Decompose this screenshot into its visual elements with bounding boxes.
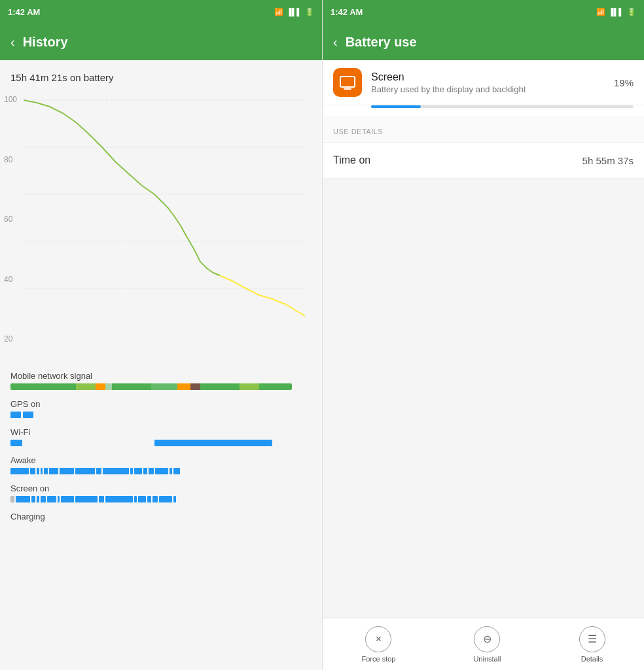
awake-seg: [130, 468, 133, 474]
awake-seg: [49, 468, 58, 474]
y-label-100: 100: [4, 95, 17, 104]
left-back-button[interactable]: ‹: [10, 35, 15, 50]
mobile-network-row: Mobile network signal: [10, 371, 312, 390]
screen-on-label: Screen on: [10, 484, 312, 493]
chart-y-axis: 100 80 60 40 20: [4, 95, 17, 344]
wifi-bar: [10, 440, 292, 446]
chart-svg-container: [24, 88, 315, 324]
gps-bar: [10, 412, 312, 418]
screen-percent: 19%: [614, 77, 634, 88]
y-label-40: 40: [4, 275, 17, 284]
gps-seg-2: [23, 412, 33, 418]
force-stop-label: Force stop: [361, 655, 395, 663]
awake-seg: [170, 468, 172, 474]
charging-label: Charging: [10, 512, 312, 521]
time-on-row: Time on 5h 55m 37s: [323, 143, 644, 179]
right-signal-icon: ▐▌▌: [609, 8, 624, 16]
awake-seg: [44, 468, 48, 474]
awake-seg: [96, 468, 101, 474]
uninstall-label: Uninstall: [473, 655, 501, 663]
svg-rect-6: [344, 88, 351, 90]
force-stop-button[interactable]: × Force stop: [361, 626, 395, 663]
signal-icon: ▐▌▌: [287, 8, 302, 16]
svg-rect-5: [340, 77, 355, 87]
awake-seg: [75, 468, 95, 474]
y-label-20: 20: [4, 334, 17, 344]
awake-bar: [10, 468, 292, 474]
right-toolbar: ‹ Battery use: [323, 24, 644, 60]
y-label-80: 80: [4, 155, 17, 164]
awake-row: Awake: [10, 455, 312, 474]
awake-label: Awake: [10, 455, 312, 465]
awake-seg: [37, 468, 39, 474]
bottom-action-bar: × Force stop ⊖ Uninstall ☰ Details: [323, 618, 644, 670]
mobile-network-bar: [10, 383, 292, 390]
details-button[interactable]: ☰ Details: [579, 626, 605, 663]
gps-seg-1: [10, 412, 21, 418]
battery-bar-background: [371, 105, 634, 108]
awake-seg: [30, 468, 35, 474]
screen-info: Screen Battery used by the display and b…: [371, 71, 605, 94]
right-panel: 1:42 AM 📶 ▐▌▌ 🔋 ‹ Battery use Screen Bat…: [322, 0, 644, 670]
wifi-row: Wi-Fi: [10, 427, 312, 446]
uninstall-icon[interactable]: ⊖: [474, 626, 500, 652]
wifi-seg-2: [154, 440, 272, 446]
screen-app-icon: [333, 68, 362, 97]
gps-row: GPS on: [10, 399, 312, 418]
battery-icon: 🔋: [305, 8, 314, 16]
use-details-header: USE DETAILS: [323, 116, 644, 143]
awake-seg: [143, 468, 147, 474]
screen-on-bar: [10, 496, 292, 502]
details-icon[interactable]: ☰: [579, 626, 605, 652]
awake-seg: [155, 468, 168, 474]
awake-seg: [10, 468, 29, 474]
wifi-label: Wi-Fi: [10, 427, 312, 437]
battery-bar-fill: [371, 105, 421, 108]
time-on-label: Time on: [333, 154, 370, 166]
right-wifi-icon: 📶: [596, 8, 605, 16]
spacer: [323, 179, 644, 618]
wifi-icon: 📶: [274, 8, 283, 16]
left-toolbar-title: History: [23, 35, 68, 50]
awake-seg: [173, 468, 180, 474]
awake-seg: [60, 468, 74, 474]
battery-line-chart: [24, 88, 305, 324]
right-battery-icon: 🔋: [627, 8, 636, 16]
screen-on-row: Screen on: [10, 484, 312, 502]
screen-item: Screen Battery used by the display and b…: [323, 60, 644, 105]
battery-chart: 100 80 60 40 20: [0, 88, 322, 363]
awake-seg: [134, 468, 142, 474]
charging-row: Charging: [10, 512, 312, 521]
gps-label: GPS on: [10, 399, 312, 409]
right-status-bar: 1:42 AM 📶 ▐▌▌ 🔋: [323, 0, 644, 24]
details-label: Details: [581, 655, 603, 663]
right-status-icons: 📶 ▐▌▌ 🔋: [596, 8, 636, 16]
awake-seg: [103, 468, 129, 474]
left-status-time: 1:42 AM: [8, 7, 40, 17]
left-toolbar: ‹ History: [0, 24, 322, 60]
left-status-bar: 1:42 AM 📶 ▐▌▌ 🔋: [0, 0, 322, 24]
screen-name: Screen: [371, 71, 605, 83]
time-on-value: 5h 55m 37s: [582, 155, 634, 166]
battery-duration: 15h 41m 21s on battery: [0, 60, 322, 88]
right-status-time: 1:42 AM: [331, 7, 363, 17]
battery-usage-bar-row: [323, 105, 644, 116]
force-stop-icon[interactable]: ×: [365, 626, 391, 652]
wifi-seg-1: [10, 440, 22, 446]
awake-seg: [41, 468, 43, 474]
awake-seg: [149, 468, 154, 474]
uninstall-button[interactable]: ⊖ Uninstall: [473, 626, 501, 663]
left-status-icons: 📶 ▐▌▌ 🔋: [274, 8, 314, 16]
mobile-network-label: Mobile network signal: [10, 371, 312, 381]
use-details-label: USE DETAILS: [333, 128, 383, 135]
left-panel: 1:42 AM 📶 ▐▌▌ 🔋 ‹ History 15h 41m 21s on…: [0, 0, 322, 670]
history-bottom: Mobile network signal GPS on: [0, 363, 322, 670]
y-label-60: 60: [4, 215, 17, 224]
right-back-button[interactable]: ‹: [333, 35, 338, 50]
screen-desc: Battery used by the display and backligh…: [371, 84, 605, 94]
right-toolbar-title: Battery use: [346, 35, 417, 50]
